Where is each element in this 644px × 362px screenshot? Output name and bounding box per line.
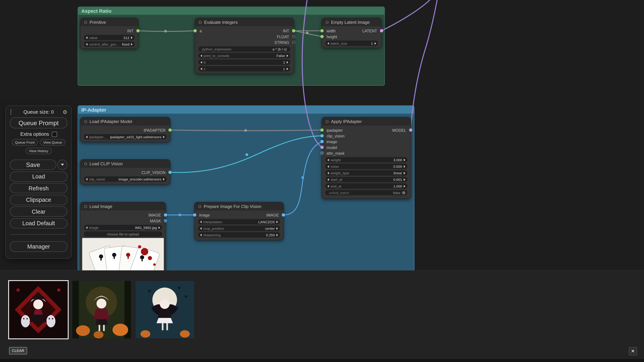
node-empty-latent-image[interactable]: Empty Latent Image widthLATENT height ba… (322, 18, 382, 48)
input-slot-width[interactable] (320, 29, 324, 32)
decrement-arrow-icon[interactable] (327, 165, 329, 168)
node-load-clip-vision[interactable]: Load CLIP Vision CLIP_VISION clip_nameim… (80, 160, 170, 184)
decrement-arrow-icon[interactable] (327, 42, 329, 45)
close-icon[interactable]: ✕ (629, 347, 637, 355)
node-apply-ipadapter[interactable]: Apply IPAdapter ipadapterMODEL clip_visi… (322, 117, 411, 198)
decrement-arrow-icon[interactable] (200, 234, 202, 236)
queue-front-button[interactable]: Queue Front (12, 139, 38, 146)
collapse-icon[interactable] (326, 120, 328, 123)
input-slot-a[interactable] (194, 29, 197, 32)
output-slot-int[interactable] (292, 29, 295, 32)
collapse-icon[interactable] (199, 21, 202, 24)
widget-weight[interactable]: weight3.000 (325, 157, 408, 162)
decrement-arrow-icon[interactable] (200, 220, 202, 223)
increment-arrow-icon[interactable] (276, 234, 278, 236)
increment-arrow-icon[interactable] (276, 220, 278, 223)
increment-arrow-icon[interactable] (404, 172, 406, 174)
node-header[interactable]: Primitive (80, 18, 138, 26)
increment-arrow-icon[interactable] (276, 227, 278, 230)
toggle-knob-icon[interactable] (402, 191, 406, 194)
node-evaluate-integers[interactable]: Evaluate Integers aINT FLOAT STRING pyth… (195, 18, 294, 73)
widget-control-after-generate[interactable]: control_after_generatefixed (84, 41, 135, 47)
decrement-arrow-icon[interactable] (86, 43, 88, 45)
node-header[interactable]: Apply IPAdapter (322, 117, 411, 126)
input-slot-model[interactable] (320, 146, 324, 149)
widget-start-at[interactable]: start_at0.001 (325, 177, 408, 182)
increment-arrow-icon[interactable] (404, 159, 406, 161)
widget-sharpening[interactable]: sharpening0.250 (198, 232, 280, 237)
output-slot-int[interactable] (136, 29, 140, 32)
increment-arrow-icon[interactable] (286, 61, 288, 63)
settings-gear-icon[interactable]: ⚙ (62, 109, 68, 115)
increment-arrow-icon[interactable] (163, 178, 165, 180)
widget-clip-name[interactable]: clip_nameimage_encoder.safetensors (84, 177, 166, 182)
decrement-arrow-icon[interactable] (327, 185, 329, 187)
widget-crop-position[interactable]: crop_positioncenter (198, 226, 280, 231)
gallery-thumbnail-2[interactable] (72, 281, 131, 339)
output-slot-mask[interactable] (164, 219, 167, 222)
decrement-arrow-icon[interactable] (86, 178, 88, 180)
widget-python-expression[interactable]: python_expressiona * (b / c) (198, 46, 290, 52)
queue-prompt-button[interactable]: Queue Prompt (10, 117, 68, 128)
refresh-button[interactable]: Refresh (10, 183, 68, 193)
input-slot-ipadapter[interactable] (320, 128, 324, 132)
increment-arrow-icon[interactable] (131, 36, 133, 39)
widget-unfold-batch[interactable]: unfold_batchfalse (325, 190, 408, 195)
node-load-ipadapter-model[interactable]: Load IPAdapter Model IPADAPTER ipadapter… (80, 117, 170, 142)
decrement-arrow-icon[interactable] (200, 227, 202, 230)
increment-arrow-icon[interactable] (286, 68, 288, 70)
node-header[interactable]: Evaluate Integers (195, 18, 294, 26)
collapse-icon[interactable] (198, 205, 201, 208)
comfy-menu-panel[interactable]: Queue size: 0 ⚙ Queue Prompt Extra optio… (6, 106, 72, 258)
node-header[interactable]: Load Image (80, 202, 166, 210)
view-history-button[interactable]: View History (26, 148, 52, 154)
load-button[interactable]: Load (10, 171, 68, 181)
comfyui-canvas[interactable]: Aspect Ratio IP-Adapter Primitive INT va… (0, 0, 644, 362)
output-slot-ipadapter[interactable] (168, 128, 172, 132)
node-header[interactable]: Empty Latent Image (322, 18, 382, 26)
collapse-icon[interactable] (326, 21, 328, 24)
node-header[interactable]: Load IPAdapter Model (80, 117, 170, 126)
clear-button[interactable]: Clear (10, 206, 68, 216)
extra-options-checkbox[interactable] (52, 131, 57, 137)
widget-print-to-console[interactable]: print_to_consoleFalse (198, 53, 290, 58)
node-prepare-image-for-clip-vision[interactable]: Prepare Image For Clip Vision imageIMAGE… (195, 202, 284, 240)
decrement-arrow-icon[interactable] (200, 61, 202, 63)
drag-handle-icon[interactable] (10, 109, 12, 115)
collapse-icon[interactable] (84, 21, 87, 24)
widget-interpolation[interactable]: interpolationLANCZOS (198, 219, 280, 224)
output-slot-latent[interactable] (380, 29, 383, 32)
gallery-thumbnail-1[interactable] (9, 281, 68, 339)
widget-image-file[interactable]: imageIMG_5892.jpg (84, 225, 162, 230)
decrement-arrow-icon[interactable] (327, 159, 329, 161)
input-slot-clip-vision[interactable] (320, 134, 324, 137)
decrement-arrow-icon[interactable] (86, 136, 88, 138)
save-dropdown-button[interactable] (58, 160, 68, 170)
input-slot-attn-mask[interactable] (320, 151, 324, 155)
node-header[interactable]: Load CLIP Vision (80, 160, 170, 168)
upload-button[interactable]: choose file to upload (84, 231, 162, 237)
increment-arrow-icon[interactable] (131, 43, 133, 45)
decrement-arrow-icon[interactable] (86, 36, 88, 39)
node-header[interactable]: Prepare Image For Clip Vision (195, 202, 284, 210)
collapse-icon[interactable] (84, 162, 87, 165)
node-primitive[interactable]: Primitive INT value512 control_after_gen… (80, 18, 138, 48)
output-slot-image[interactable] (282, 213, 285, 217)
increment-arrow-icon[interactable] (158, 226, 160, 229)
manager-button[interactable]: Manager (10, 241, 68, 252)
collapse-icon[interactable] (84, 205, 87, 208)
increment-arrow-icon[interactable] (404, 185, 406, 187)
output-slot-clip-vision[interactable] (168, 171, 172, 174)
increment-arrow-icon[interactable] (404, 178, 406, 181)
decrement-arrow-icon[interactable] (200, 54, 202, 57)
input-slot-height[interactable] (320, 35, 324, 38)
increment-arrow-icon[interactable] (163, 136, 165, 138)
widget-batch-size[interactable]: batch_size1 (325, 40, 378, 46)
widget-noise[interactable]: noise0.000 (325, 164, 408, 169)
increment-arrow-icon[interactable] (286, 54, 288, 57)
widget-value[interactable]: value512 (84, 35, 135, 40)
save-button[interactable]: Save (10, 160, 56, 170)
view-queue-button[interactable]: View Queue (40, 139, 66, 146)
widget-b[interactable]: b1 (198, 59, 290, 65)
collapse-icon[interactable] (84, 120, 87, 123)
